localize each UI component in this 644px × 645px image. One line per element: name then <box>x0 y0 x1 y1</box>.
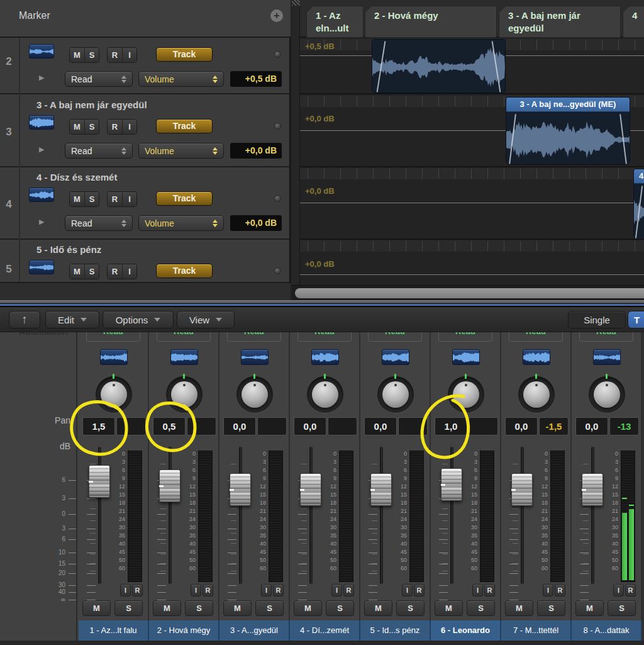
automation-read-button[interactable]: Read <box>509 332 563 342</box>
disclosure-triangle[interactable]: ▶ <box>39 74 44 82</box>
track-name[interactable]: 3 - A baj nem jár egyedül <box>36 99 147 110</box>
mute-button[interactable]: M <box>575 600 604 616</box>
automation-parameter-dropdown[interactable]: Volume <box>138 143 224 159</box>
record-enable-button[interactable]: R <box>625 584 636 597</box>
volume-db-value[interactable]: 0,0 <box>506 418 537 435</box>
audio-region-4[interactable]: 4 - <box>633 169 644 240</box>
record-enable-button[interactable]: R <box>203 584 213 597</box>
automation-read-button[interactable]: Read <box>579 332 633 342</box>
pan-knob-cap[interactable] <box>101 381 127 408</box>
automation-parameter-dropdown[interactable]: Volume <box>138 215 224 231</box>
volume-db-value[interactable]: 1,0 <box>435 418 467 435</box>
channel-name-bar[interactable]: 5 - Id...s pénz <box>360 620 431 641</box>
pan-knob-cap[interactable] <box>382 381 409 408</box>
automation-read-button[interactable]: Read <box>86 332 140 342</box>
mute-button[interactable]: M <box>364 600 392 616</box>
mute-button[interactable]: M <box>435 600 463 616</box>
peak-level-value[interactable] <box>258 418 286 435</box>
input-monitor-button[interactable]: I <box>122 192 136 206</box>
automation-read-button[interactable]: Read <box>157 332 211 342</box>
channel-name-bar[interactable]: 6 - Leonardo <box>431 620 501 641</box>
automation-read-button[interactable]: Read <box>438 332 492 342</box>
pan-knob[interactable] <box>377 376 414 413</box>
mute-button[interactable]: M <box>153 600 181 616</box>
pan-knob-cap[interactable] <box>594 381 620 408</box>
automation-read-button[interactable]: Read <box>368 332 422 342</box>
volume-db-value[interactable]: 0,0 <box>576 418 608 435</box>
window-split-divider[interactable] <box>0 300 644 307</box>
track-automation-target-button[interactable]: Track <box>156 191 213 206</box>
pan-knob[interactable] <box>236 376 273 413</box>
solo-button[interactable]: S <box>185 600 213 616</box>
audio-region-3[interactable]: 3 - A baj ne...gyedül (ME) <box>506 97 630 165</box>
peak-level-value[interactable]: -13 <box>610 418 638 435</box>
record-enable-button[interactable]: R <box>273 584 284 597</box>
mute-button[interactable]: M <box>294 600 322 616</box>
track-name[interactable]: 5 - Idő és pénz <box>36 244 101 255</box>
peak-level-value[interactable] <box>399 418 427 435</box>
mute-button[interactable]: M <box>505 600 533 616</box>
solo-button[interactable]: S <box>467 600 495 616</box>
back-up-arrow-button[interactable]: ↑ <box>9 311 40 328</box>
track-lane-4[interactable]: +0,0 dB 4 - <box>300 168 644 240</box>
track-name[interactable]: 4 - Dísz és szemét <box>36 172 117 182</box>
input-monitor-button[interactable]: I <box>543 584 553 597</box>
solo-button[interactable]: S <box>84 48 99 62</box>
mute-button[interactable]: M <box>223 600 252 616</box>
channel-name-bar[interactable]: 1 - Az...lt falu <box>79 620 149 641</box>
automation-mode-dropdown[interactable]: Read <box>65 143 133 159</box>
automation-line[interactable] <box>300 203 644 203</box>
record-enable-button[interactable]: R <box>132 584 143 597</box>
channel-name-bar[interactable]: 7 - M...ttettél <box>501 620 572 641</box>
mute-button[interactable]: M <box>70 192 84 206</box>
tracks-view-tab[interactable]: T <box>628 311 644 328</box>
record-enable-button[interactable]: R <box>108 48 122 62</box>
volume-db-value[interactable]: 0,5 <box>153 418 185 435</box>
input-monitor-button[interactable]: I <box>122 264 136 279</box>
record-enable-button[interactable]: R <box>555 584 565 597</box>
single-view-button[interactable]: Single <box>568 311 626 328</box>
automation-read-button[interactable]: Read <box>227 332 281 342</box>
channel-name-bar[interactable]: 8 - A...dattak <box>572 620 642 641</box>
scrollbar-thumb[interactable] <box>295 288 644 298</box>
track-header-2[interactable]: 2 M S R I Track ▶ Read Volume <box>0 39 289 94</box>
audio-region-2[interactable] <box>372 39 506 93</box>
marker-4[interactable]: 4 <box>623 6 644 38</box>
automation-value-field[interactable]: +0,5 dB <box>230 71 282 87</box>
peak-level-value[interactable] <box>187 418 216 435</box>
channel-name-bar[interactable]: 4 - Dí...zemét <box>290 620 360 641</box>
solo-button[interactable]: S <box>396 600 425 616</box>
pan-knob[interactable] <box>448 376 484 413</box>
record-enable-button[interactable]: R <box>343 584 354 597</box>
marker-1[interactable]: 1 - Az eln...ult <box>306 6 364 38</box>
track-automation-target-button[interactable]: Track <box>156 47 213 62</box>
track-header-4[interactable]: 4 4 - Dísz és szemét M S R I Track ▶ Rea… <box>0 168 289 240</box>
solo-button[interactable]: S <box>84 264 99 279</box>
volume-db-value[interactable]: 0,0 <box>365 418 396 435</box>
view-menu[interactable]: View <box>177 311 235 328</box>
track-automation-target-button[interactable]: Track <box>156 264 213 278</box>
peak-level-value[interactable] <box>328 418 357 435</box>
channel-name-bar[interactable]: 3 - A...gyedül <box>219 620 290 641</box>
disclosure-triangle[interactable]: ▶ <box>39 145 44 154</box>
volume-db-value[interactable]: 0,0 <box>294 418 326 435</box>
peak-level-value[interactable]: -1,5 <box>540 418 568 435</box>
pan-knob[interactable] <box>589 376 625 413</box>
automation-mode-dropdown[interactable]: Read <box>65 71 133 87</box>
solo-button[interactable]: S <box>114 600 143 616</box>
pan-knob-cap[interactable] <box>453 381 479 408</box>
disclosure-triangle[interactable]: ▶ <box>39 218 44 226</box>
marker-3[interactable]: 3 - A baj nem jár egyedül <box>499 6 621 38</box>
solo-button[interactable]: S <box>255 600 284 616</box>
automation-value-field[interactable]: +0,0 dB <box>230 143 282 159</box>
mute-button[interactable]: M <box>70 264 84 279</box>
solo-button[interactable]: S <box>608 600 636 616</box>
record-enable-button[interactable]: R <box>414 584 425 597</box>
record-enable-button[interactable]: R <box>108 264 122 279</box>
automation-parameter-dropdown[interactable]: Volume <box>138 71 224 87</box>
track-header-5[interactable]: 5 5 - Idő és pénz M S R I Track <box>0 240 289 282</box>
track-automation-target-button[interactable]: Track <box>156 119 213 133</box>
input-monitor-button[interactable]: I <box>122 120 136 134</box>
volume-db-value[interactable]: 0,0 <box>224 418 255 435</box>
input-monitor-button[interactable]: I <box>331 584 342 597</box>
